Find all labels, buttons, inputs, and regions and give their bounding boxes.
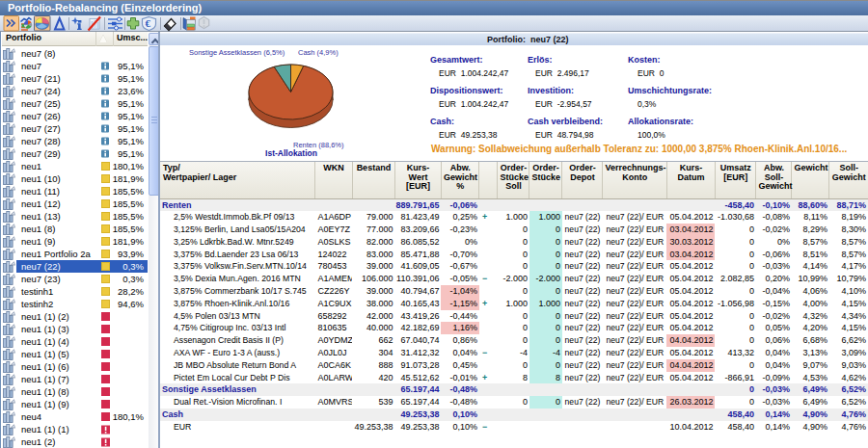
svg-text:€: € bbox=[145, 17, 150, 29]
